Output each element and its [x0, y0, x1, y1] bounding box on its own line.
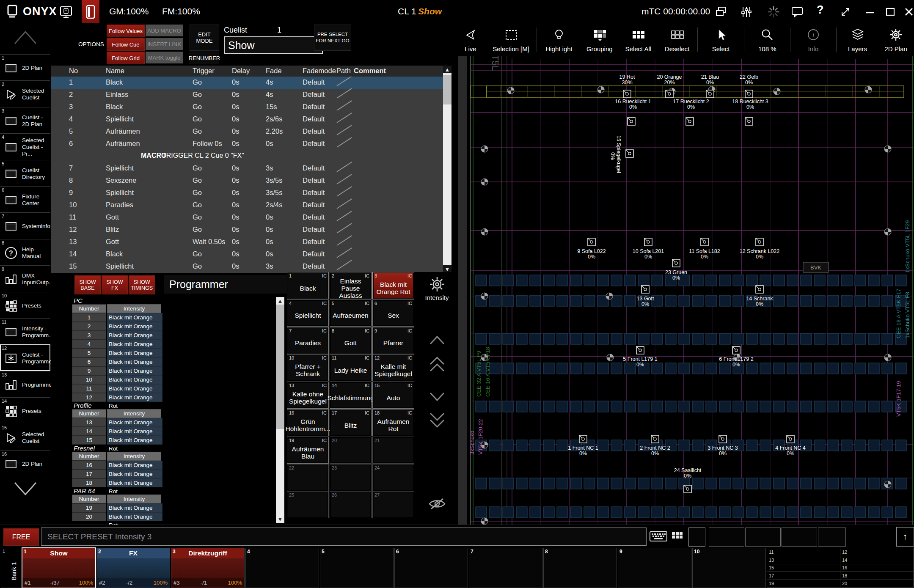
cue-row-2[interactable]: 2EinlassGo0s4sDefault — [51, 89, 443, 101]
fixture-icon[interactable] — [732, 346, 740, 354]
cue-row-1[interactable]: 1BlackGo0s4sDefault — [51, 77, 443, 89]
preset-tile-24[interactable]: 24 — [372, 464, 414, 491]
hide-values-eye-icon[interactable] — [422, 495, 452, 512]
fixture-icon[interactable] — [644, 238, 652, 246]
programmer-scroll-thumb[interactable] — [276, 305, 284, 429]
programmer-row-6[interactable]: 6Black mit Orange Rot — [72, 357, 169, 366]
column-header-no[interactable]: No — [69, 67, 78, 75]
fixture-icon[interactable] — [672, 259, 680, 267]
command-line-input[interactable]: SELECT PRESET Intensity 3 — [41, 528, 647, 546]
command-slot-1[interactable] — [709, 528, 744, 547]
keyboard-icon[interactable] — [649, 529, 668, 544]
cue-row-10[interactable]: 10ParadiesGo0s2s/4sDefault — [51, 199, 443, 212]
preset-tile-14[interactable]: 14ICSchlafstimmung — [330, 382, 372, 409]
cuelist-scroll-thumb[interactable] — [443, 75, 451, 104]
renumber-button[interactable]: RENUMBER — [190, 52, 219, 64]
sidebar-item-cuelist-directory[interactable]: 5Cuelist Directory — [0, 160, 50, 187]
playback-slot-11[interactable]: 11 — [767, 548, 840, 556]
sidebar-item-programmer[interactable]: 13Programmer — [0, 371, 50, 398]
command-slot-2[interactable] — [745, 528, 781, 547]
sidebar-scroll-down-icon[interactable] — [0, 479, 51, 498]
fixture-icon[interactable] — [666, 90, 673, 98]
programmer-row-13[interactable]: 13Black mit Orange Rot — [72, 418, 169, 427]
preset-tile-6[interactable]: 6ICSex — [372, 299, 414, 327]
programmer-row-4[interactable]: 4Black mit Orange Rot — [72, 340, 169, 349]
sidebar-item-fixture-center[interactable]: 6Fixture Center — [0, 186, 50, 213]
grand-master-value[interactable]: GM:100% — [109, 6, 149, 16]
options-label[interactable]: OPTIONS — [78, 41, 104, 47]
fixture-icon[interactable] — [706, 90, 714, 98]
playback-4[interactable]: 4 — [245, 548, 319, 588]
fixture-icon[interactable] — [623, 90, 631, 98]
playback-5[interactable]: 5 — [320, 548, 394, 588]
toolbar-select-all-button[interactable]: Select All — [619, 23, 658, 56]
cue-row-14[interactable]: 14BlackGo0s0sDefault — [51, 248, 443, 261]
programmer-row-5[interactable]: 5Black mit Orange Rot — [72, 349, 169, 357]
playback-8[interactable]: 8 — [543, 548, 617, 588]
sidebar-item-cuelist-2d-plan[interactable]: 3Cuelist - 2D Plan — [0, 107, 50, 134]
playback-slot-18[interactable]: 18 — [840, 572, 914, 580]
sidebar-item-dmx-input-outp[interactable]: 9DMX Input/Outp... — [0, 265, 50, 292]
preset-tile-27[interactable]: 27 — [372, 491, 414, 518]
preset-tile-7[interactable]: 7ICParadies — [287, 327, 329, 354]
preset-tile-10[interactable]: 10ICPfarrer + Schrank — [287, 354, 329, 381]
bank-cell[interactable]: 1 Bank 1 — [1, 548, 21, 588]
windows-icon[interactable] — [714, 5, 728, 19]
playback-7[interactable]: 7 — [469, 548, 542, 588]
sidebar-item-cuelist-programmer[interactable]: 12Cuelist - Programmer — [0, 344, 50, 371]
playback-6[interactable]: 6 — [394, 548, 468, 588]
cue-row-8[interactable]: 8SexszeneGo0s3s/5sDefault — [51, 175, 443, 187]
fixture-icon[interactable] — [719, 435, 727, 443]
free-button[interactable]: FREE — [3, 528, 39, 546]
toolbar-selection-m-button[interactable]: Selection [M] — [486, 23, 536, 56]
sidebar-item-help-manual[interactable]: 8?Help Manual — [0, 239, 50, 266]
programmer-row-9[interactable]: 9Black mit Orange Rot — [72, 366, 169, 375]
intensity-gear-icon[interactable] — [419, 275, 455, 293]
playback-3-direktzugriff[interactable]: 3Direktzugriff#3-/1100% — [171, 548, 245, 588]
option-follow-grid[interactable]: Follow Grid — [107, 52, 145, 64]
fixture-icon[interactable] — [684, 485, 691, 493]
programmer-row-14[interactable]: 14Black mit Orange Rot — [72, 427, 169, 436]
fixture-icon[interactable] — [745, 118, 753, 125]
fixture-icon[interactable] — [579, 435, 587, 443]
fixture-icon[interactable] — [651, 435, 659, 443]
show-timings-button[interactable]: SHOWTIMINGS — [129, 275, 155, 294]
programmer-row-15[interactable]: 15Black mit Orange Rot — [72, 436, 169, 445]
programmer-scroll-down[interactable]: ▼ — [276, 515, 284, 523]
fixture-icon[interactable] — [745, 90, 753, 98]
cue-row-3[interactable]: 3BlackGo0s15sDefault — [51, 101, 443, 113]
cue-row-9[interactable]: 9SpiellichtGo0s3s/5sDefault — [51, 187, 443, 199]
preset-tile-25[interactable]: 25 — [287, 491, 329, 518]
sidebar-item-presets[interactable]: 14Presets — [0, 397, 50, 424]
programmer-scroll-up[interactable]: ▲ — [276, 297, 284, 305]
faders-icon[interactable] — [740, 5, 753, 19]
preset-tile-26[interactable]: 26 — [330, 491, 372, 518]
minimize-icon[interactable] — [863, 5, 877, 19]
fixture-icon[interactable] — [636, 346, 644, 354]
show-fx-button[interactable]: SHOWFX — [102, 275, 128, 294]
sidebar-item-2d-plan[interactable]: 162D Plan — [0, 450, 50, 477]
column-header-trigger[interactable]: Trigger — [193, 67, 215, 75]
programmer-row-12[interactable]: 12Black mit Orange Rot — [72, 393, 169, 402]
flash-master-value[interactable]: FM:100% — [162, 6, 200, 16]
chat-icon[interactable] — [790, 5, 804, 19]
sidebar-item-systeminfo[interactable]: 7Systeminfo — [0, 212, 50, 239]
cue-row-6[interactable]: 6AufräumenFollow 0s0s0sDefault — [51, 138, 443, 150]
option-insert-link[interactable]: INSERT LINK — [146, 38, 183, 50]
fixture-icon[interactable] — [756, 238, 763, 246]
playback-1-show[interactable]: 1Show#1-/37100% — [22, 548, 96, 588]
programmer-row-11[interactable]: 11Black mit Orange Rot — [72, 384, 169, 393]
column-header-fade[interactable]: Fade — [266, 67, 282, 75]
command-slot-4[interactable] — [818, 528, 846, 547]
cuelist-name-input[interactable]: Show — [224, 36, 323, 54]
programmer-row-18[interactable]: 18Black mit Orange Rot — [72, 478, 169, 487]
panel-toggle-button[interactable] — [82, 0, 99, 23]
programmer-row-17[interactable]: 17Black mit Orange Rot — [72, 470, 169, 478]
fixture-icon[interactable] — [626, 150, 633, 157]
preset-jump-up-icon[interactable] — [422, 356, 452, 373]
playback-10[interactable]: 10 — [692, 548, 766, 588]
preset-tile-12[interactable]: 12ICKalle mit Spiegelkugel — [372, 354, 414, 381]
toolbar-live-button[interactable]: Live — [455, 23, 486, 56]
preset-tile-22[interactable]: 22 — [287, 464, 329, 491]
toolbar-deselect-button[interactable]: Deselect — [658, 23, 697, 56]
